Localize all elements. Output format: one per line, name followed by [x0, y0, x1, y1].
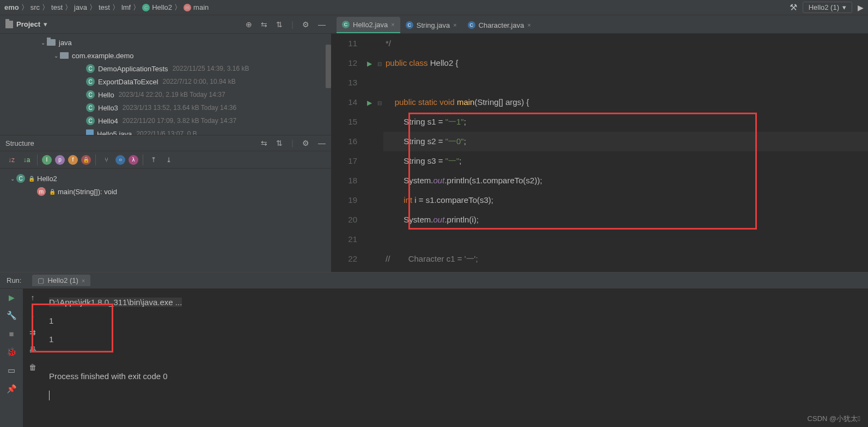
- editor-tab[interactable]: CHello2.java×: [337, 17, 400, 33]
- bc-item[interactable]: lmf: [121, 3, 131, 11]
- editor-tabs: CHello2.java×CString.java×CCharacter.jav…: [331, 15, 868, 34]
- run-tab[interactable]: ▢ Hello2 (1) ×: [32, 275, 90, 286]
- structure-title[interactable]: Structure: [5, 139, 34, 147]
- show-interfaces-icon[interactable]: I: [42, 155, 52, 165]
- file-icon: C: [342, 21, 350, 28]
- close-icon[interactable]: ×: [453, 22, 456, 28]
- bc-item[interactable]: test: [51, 3, 63, 11]
- tree-row[interactable]: Hello5.java2022/11/6 13:07, 0 B: [0, 127, 331, 135]
- class-icon: C: [16, 174, 25, 183]
- bc-class[interactable]: Hello2: [152, 3, 172, 11]
- sort-az-icon[interactable]: ↓a: [21, 154, 33, 166]
- down-icon[interactable]: ↓: [31, 311, 35, 319]
- close-icon[interactable]: ×: [82, 277, 85, 284]
- run-gutter-icon[interactable]: ▶: [367, 60, 372, 67]
- gear-icon[interactable]: ⚙: [302, 139, 309, 147]
- trash-icon[interactable]: 🗑: [29, 363, 36, 372]
- tree-item-name: com.example.demo: [72, 52, 133, 60]
- fold-column[interactable]: ⊟⊟: [376, 34, 383, 272]
- gutter-run-icons: ▶▶: [363, 34, 376, 272]
- debug-icon[interactable]: 🐞: [7, 347, 17, 357]
- minimize-icon[interactable]: —: [318, 139, 326, 147]
- tree-row[interactable]: ⌄com.example.demo: [0, 49, 331, 62]
- tree-item-meta: 2023/1/13 13:52, 13.64 kB Today 14:36: [123, 104, 236, 112]
- tree-row[interactable]: CExportDataToExcel2022/7/12 0:00, 10.94 …: [0, 75, 331, 88]
- pin-icon[interactable]: 📌: [7, 384, 17, 394]
- chevron-down-icon: ▾: [842, 3, 846, 11]
- run-console[interactable]: D:\Apps\jdk1.8.0_311\bin\java.exe ...11 …: [42, 289, 868, 427]
- class-icon: C: [86, 103, 95, 112]
- expand-arrow[interactable]: ⌄: [9, 176, 16, 182]
- code-editor[interactable]: 111213141516171819202122 ▶▶ ⊟⊟ */public …: [331, 34, 868, 272]
- expand-arrow[interactable]: ⌄: [52, 53, 60, 59]
- structure-tree[interactable]: ⌄C🔒Hello2m🔒main(String[]): void: [0, 169, 331, 272]
- show-nonpublic-icon[interactable]: 🔒: [81, 155, 91, 165]
- project-tree[interactable]: ⌄java⌄com.example.demoCDemoApplicationTe…: [0, 34, 331, 135]
- structure-row[interactable]: m🔒main(String[]): void: [0, 185, 331, 198]
- bc-item[interactable]: src: [30, 3, 40, 11]
- wrench-icon[interactable]: 🔧: [7, 311, 17, 320]
- tree-item-name: DemoApplicationTests: [98, 65, 168, 73]
- project-icon: [5, 21, 13, 28]
- structure-toolbar: ↓z ↓a I p f 🔒 ⑂ ○ λ ⤒ ⤓: [0, 151, 331, 169]
- structure-row[interactable]: ⌄C🔒Hello2: [0, 172, 331, 185]
- run-gutter-icon[interactable]: ▶: [367, 99, 372, 107]
- gear-icon[interactable]: ⚙: [302, 20, 309, 29]
- class-icon: C: [86, 90, 95, 99]
- expand-icon[interactable]: ⇆: [261, 139, 267, 147]
- tree-item-name: Hello: [98, 91, 114, 99]
- autoscroll-from-icon[interactable]: ⤓: [163, 154, 175, 166]
- stop-icon[interactable]: ■: [9, 329, 14, 338]
- bc-item[interactable]: java: [74, 3, 87, 11]
- build-icon[interactable]: ⚒: [790, 2, 797, 13]
- expand-arrow[interactable]: ⌄: [39, 40, 47, 46]
- run-secondary-gutter: ↑ ↓ ⇉ 🖶 🗑: [23, 289, 42, 427]
- editor-tab[interactable]: CCharacter.java×: [462, 17, 536, 33]
- run-label: Run:: [7, 276, 21, 284]
- minimize-icon[interactable]: —: [318, 20, 326, 29]
- wrap-icon[interactable]: ⇉: [29, 328, 36, 337]
- show-properties-icon[interactable]: p: [55, 155, 65, 165]
- layout-icon[interactable]: ▭: [8, 366, 15, 375]
- show-inherited-icon[interactable]: ⑂: [100, 154, 112, 166]
- bc-item[interactable]: test: [99, 3, 110, 11]
- structure-panel-header: Structure ⇆ ⇅ | ⚙ —: [0, 135, 331, 151]
- folder-icon: [47, 39, 56, 46]
- print-icon[interactable]: 🖶: [29, 345, 36, 354]
- close-icon[interactable]: ×: [391, 21, 394, 28]
- run-tab-label: Hello2 (1): [47, 276, 78, 284]
- tree-item-meta: 2022/11/20 17:09, 3.82 kB Today 14:37: [123, 117, 236, 125]
- collapse-icon[interactable]: ⇅: [276, 139, 283, 147]
- tree-row[interactable]: CHello42022/11/20 17:09, 3.82 kB Today 1…: [0, 114, 331, 127]
- up-icon[interactable]: ↑: [31, 293, 35, 302]
- tree-row[interactable]: ⌄java: [0, 36, 331, 49]
- sort-za-icon[interactable]: ↓z: [5, 154, 17, 166]
- editor-tab[interactable]: CString.java×: [400, 17, 462, 33]
- tree-row[interactable]: CHello32023/1/13 13:52, 13.64 kB Today 1…: [0, 101, 331, 114]
- scrollbar[interactable]: [326, 45, 331, 88]
- show-lambda-icon[interactable]: λ: [129, 155, 138, 165]
- run-button-icon[interactable]: ▶: [858, 3, 864, 12]
- close-icon[interactable]: ×: [527, 22, 530, 28]
- tree-row[interactable]: CHello2023/1/4 22:20, 2.19 kB Today 14:3…: [0, 88, 331, 101]
- file-icon: C: [468, 21, 475, 29]
- rerun-icon[interactable]: ▶: [9, 293, 15, 302]
- tree-item-name: Hello4: [98, 117, 118, 125]
- target-icon[interactable]: ⊕: [246, 20, 252, 29]
- expand-icon[interactable]: ⇆: [261, 20, 267, 29]
- structure-item-name: Hello2: [37, 175, 57, 183]
- bc-root[interactable]: emo: [4, 3, 19, 11]
- method-icon: m: [184, 4, 191, 11]
- chevron-down-icon[interactable]: ▾: [44, 20, 47, 28]
- tree-row[interactable]: CDemoApplicationTests2022/11/25 14:39, 3…: [0, 62, 331, 75]
- project-title[interactable]: Project: [16, 20, 40, 28]
- autoscroll-to-icon[interactable]: ⤒: [148, 154, 160, 166]
- collapse-icon[interactable]: ⇅: [276, 20, 283, 29]
- package-icon: [60, 52, 69, 59]
- run-config-selector[interactable]: Hello2 (1) ▾: [803, 2, 852, 13]
- show-anon-icon[interactable]: ○: [115, 155, 125, 165]
- bc-method[interactable]: main: [193, 3, 209, 11]
- show-fields-icon[interactable]: f: [68, 155, 78, 165]
- code-area[interactable]: */public class Hello2 { public static vo…: [383, 34, 868, 272]
- class-icon: C: [142, 4, 150, 11]
